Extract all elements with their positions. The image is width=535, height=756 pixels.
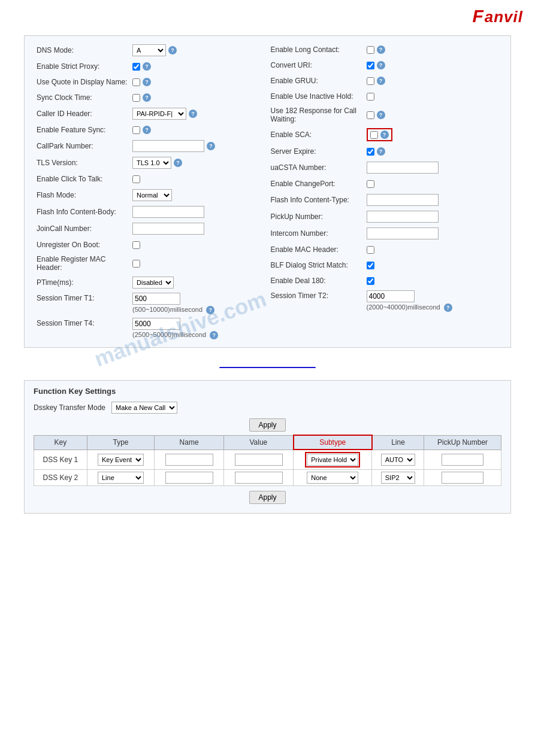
dsskey-select[interactable]: Make a New Call Attended Blind [111,402,177,414]
callpark-control: ? [132,140,265,152]
deal-180-control [367,277,499,285]
feature-sync-control: ? [132,126,265,134]
callpark-label: CallPark Number: [37,142,132,150]
uacsta-row: uaCSTA Number: [271,159,499,176]
dss1-pickup-input[interactable] [442,454,483,466]
callpark-help[interactable]: ? [207,142,215,150]
182-response-checkbox[interactable] [367,111,374,119]
changeport-control [367,180,499,188]
gruu-checkbox[interactable] [367,77,374,85]
dns-mode-help[interactable]: ? [168,46,177,54]
dss2-key: DSS Key 2 [34,470,87,486]
dss2-type: LineKey EventBLF [87,470,154,486]
strict-proxy-control: ? [132,62,265,71]
blf-dialog-row: BLF Dialog Strict Match: [271,257,499,273]
enable-sca-help[interactable]: ? [380,130,389,139]
manual-link[interactable]: ________________________ [219,360,315,368]
changeport-row: Enable ChangePort: [271,176,499,192]
click-to-talk-row: Enable Click To Talk: [37,171,265,187]
long-contact-checkbox[interactable] [367,46,374,54]
convert-uri-control: ? [367,61,499,69]
dss2-line-select[interactable]: SIP2AUTOSIP1 [381,472,415,484]
fanvil-logo: Fanvil [472,7,523,26]
caller-id-help[interactable]: ? [189,110,197,118]
col-pickup: PickUp Number [424,435,501,450]
dss1-value-input[interactable] [235,454,283,466]
feature-sync-help[interactable]: ? [143,126,151,134]
flash-mode-label: Flash Mode: [37,191,132,199]
flash-body-input[interactable] [132,206,204,218]
flash-content-type-input[interactable] [367,194,439,206]
tls-version-help[interactable]: ? [174,159,182,167]
dss2-name-input[interactable] [165,472,213,484]
reg-mac-checkbox[interactable] [132,260,140,268]
convert-uri-row: Convert URI: ? [271,57,499,73]
session-t1-help[interactable]: ? [206,306,214,314]
enable-sca-checkbox[interactable] [370,131,378,139]
session-t2-help[interactable]: ? [444,303,452,312]
intercom-number-control [367,227,499,239]
dss2-value-input[interactable] [235,472,283,484]
dss-row-2: DSS Key 2 LineKey EventBLF None Private … [34,470,501,486]
dss1-type-select[interactable]: Key EventLineBLF [98,454,144,466]
apply-button-bottom[interactable]: Apply [249,491,285,504]
callpark-row: CallPark Number: ? [37,138,265,154]
intercom-number-input[interactable] [367,227,439,239]
inactive-hold-checkbox[interactable] [367,93,374,101]
dss2-subtype-select[interactable]: None Private Hold [307,472,358,484]
mac-header-row: Enable MAC Header: [271,242,499,257]
dss2-pickup-input[interactable] [442,472,483,484]
caller-id-row: Caller ID Header: PAI-RPID-F| ? [37,105,265,122]
ptime-control: Disabled102030 [132,277,265,289]
settings-left-col: DNS Mode: AAAAASRV ? Enable Strict Proxy… [34,42,268,341]
182-response-help[interactable]: ? [377,111,385,119]
dss1-line-select[interactable]: AUTOSIP1SIP2 [381,454,415,466]
long-contact-control: ? [367,45,499,54]
dss1-subtype-select[interactable]: Private Hold None [307,454,358,466]
quote-display-row: Use Quote in Display Name: ? [37,74,265,90]
dns-mode-select[interactable]: AAAAASRV [132,44,166,56]
apply-button-top[interactable]: Apply [249,418,285,432]
convert-uri-checkbox[interactable] [367,62,374,69]
tls-version-row: TLS Version: TLS 1.0TLS 1.1TLS 1.2 ? [37,154,265,171]
tls-version-label: TLS Version: [37,159,132,167]
mac-header-checkbox[interactable] [367,246,374,254]
uacsta-input[interactable] [367,162,439,174]
sync-clock-help[interactable]: ? [143,93,151,102]
strict-proxy-label: Enable Strict Proxy: [37,62,132,71]
strict-proxy-help[interactable]: ? [143,62,151,71]
session-t1-input[interactable] [132,293,180,305]
flash-body-control [132,206,265,218]
unreg-boot-checkbox[interactable] [132,241,140,249]
click-to-talk-checkbox[interactable] [132,175,140,183]
session-t4-help[interactable]: ? [210,331,218,339]
strict-proxy-checkbox[interactable] [132,63,140,71]
deal-180-checkbox[interactable] [367,277,374,285]
session-t2-input[interactable] [367,290,415,302]
flash-mode-select[interactable]: NormalSIP Info [132,189,172,201]
quote-display-help[interactable]: ? [143,78,151,86]
dss2-type-select[interactable]: LineKey EventBLF [98,472,144,484]
gruu-help[interactable]: ? [377,77,385,85]
sync-clock-checkbox[interactable] [132,94,140,102]
callpark-input[interactable] [132,140,204,152]
server-expire-help[interactable]: ? [377,147,385,156]
quote-display-checkbox[interactable] [132,78,140,86]
convert-uri-help[interactable]: ? [377,61,385,69]
dss1-subtype-highlight: Private Hold None [305,452,360,467]
ptime-select[interactable]: Disabled102030 [132,277,174,289]
feature-sync-checkbox[interactable] [132,126,140,134]
server-expire-checkbox[interactable] [367,148,374,156]
pickup-number-input[interactable] [367,211,439,223]
long-contact-help[interactable]: ? [377,45,385,54]
deal-180-row: Enable Deal 180: [271,273,499,289]
joincall-input[interactable] [132,223,204,235]
dss1-name-input[interactable] [165,454,213,466]
caller-id-select[interactable]: PAI-RPID-F| [132,108,186,120]
tls-version-select[interactable]: TLS 1.0TLS 1.1TLS 1.2 [132,157,171,169]
settings-grid: DNS Mode: AAAAASRV ? Enable Strict Proxy… [34,42,501,341]
blf-dialog-checkbox[interactable] [367,262,374,269]
changeport-checkbox[interactable] [367,180,374,188]
function-key-section: Function Key Settings Dsskey Transfer Mo… [24,380,511,514]
session-t4-input[interactable] [132,318,180,330]
